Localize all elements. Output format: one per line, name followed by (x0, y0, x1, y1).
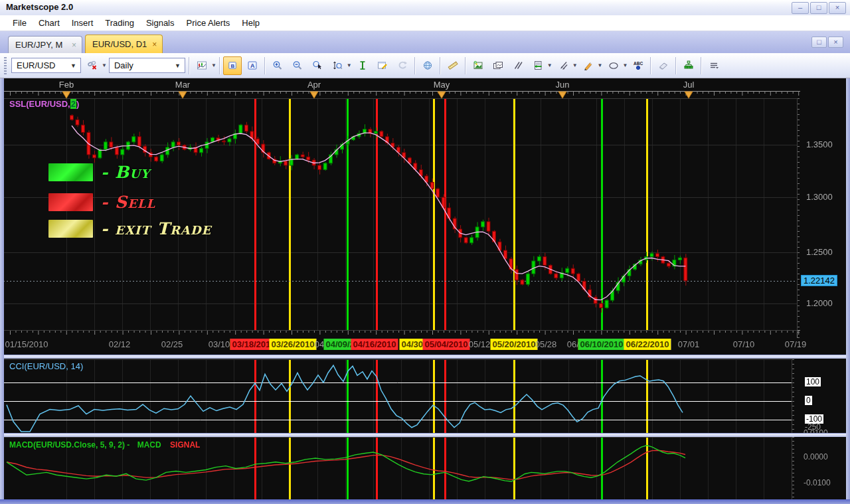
tab-close-icon[interactable]: × (72, 41, 76, 50)
zoom-out-button[interactable] (288, 56, 307, 75)
menu-item-help[interactable]: Help (236, 16, 266, 30)
ruler-button[interactable] (444, 56, 462, 75)
ssl-label-prefix: SSL(EUR/USD, (9, 99, 70, 109)
chart-overlay: SSL(EUR/USD,2) CCI(EUR/USD, 14) MACD(EUR… (0, 78, 850, 504)
symbol-combobox-value: EUR/USD (17, 60, 56, 70)
eraser-button[interactable] (654, 56, 673, 75)
ruler-icon (448, 59, 458, 72)
date-axis-label: 04/16/2010 (351, 339, 398, 350)
chart-type-dropdown-arrow[interactable]: ▼ (211, 62, 216, 68)
order-entry-button[interactable] (529, 56, 547, 75)
toolbar-separator (465, 57, 466, 74)
refresh-button[interactable] (393, 56, 412, 75)
pencil-dropdown-arrow[interactable]: ▼ (598, 62, 603, 68)
legend-color-box (48, 220, 93, 238)
add-image-button[interactable] (469, 56, 487, 75)
month-label-feb: Feb (59, 80, 74, 90)
month-label-may: May (434, 80, 450, 90)
toolbar-separator (414, 57, 416, 74)
mdi-close-button[interactable]: × (828, 37, 843, 48)
toolbar-drag-handle[interactable] (4, 57, 7, 74)
cci-axis-label: 100 (805, 377, 821, 386)
date-axis-label: 06/10/2010 (578, 339, 625, 350)
chevron-down-icon[interactable]: ▼ (66, 62, 80, 69)
window-close-button[interactable]: × (829, 2, 846, 14)
show-ask-icon: A (247, 59, 258, 72)
unlink-button[interactable] (83, 56, 102, 75)
menu-item-trading[interactable]: Trading (99, 16, 140, 30)
mdi-restore-button[interactable]: □ (811, 37, 827, 48)
order-entry-dropdown-arrow[interactable]: ▼ (547, 62, 552, 68)
add-image-icon (473, 59, 483, 72)
show-bid-button[interactable]: B (223, 56, 242, 75)
zoom-in-icon (272, 59, 283, 72)
unlink-dropdown-arrow[interactable]: ▼ (102, 62, 107, 68)
fibonacci-button[interactable] (509, 56, 527, 75)
edit-chart-icon (377, 59, 388, 72)
app-title: Marketscope 2.0 (6, 2, 73, 12)
menu-item-price-alerts[interactable]: Price Alerts (181, 16, 236, 30)
window-controls: –□× (792, 2, 846, 14)
svg-text:A: A (250, 62, 255, 69)
symbol-combobox[interactable]: EUR/USD▼ (11, 58, 81, 73)
sitemap-button[interactable] (679, 56, 698, 75)
date-axis-label: 07/01 (676, 339, 702, 350)
pane-splitter[interactable] (0, 355, 850, 359)
ellipse-dropdown-arrow[interactable]: ▼ (623, 62, 628, 68)
zoom-in-button[interactable] (268, 56, 287, 75)
menu-item-signals[interactable]: Signals (140, 16, 181, 30)
image-gallery-button[interactable] (489, 56, 507, 75)
text-label-button[interactable]: ABC (629, 56, 647, 75)
fibonacci-icon (513, 59, 523, 72)
zoom-select-button[interactable] (308, 56, 327, 75)
vertical-scale-icon (357, 59, 368, 72)
toolbar-overflow-icon (709, 59, 719, 72)
menu-item-chart[interactable]: Chart (33, 16, 66, 30)
toolbar-separator (440, 57, 441, 74)
date-axis-label: 03/26/2010 (269, 339, 316, 350)
trend-arrows-button[interactable] (554, 56, 572, 75)
tab-close-icon[interactable]: × (152, 40, 157, 49)
signal-line-legend: SIGNAL (170, 440, 200, 450)
date-axis-label: 02/12 (107, 339, 133, 350)
chevron-down-icon[interactable]: ▼ (171, 62, 185, 69)
globe-button[interactable] (418, 56, 437, 75)
tab-eur-usd-d1[interactable]: EUR/USD, D1× (85, 35, 163, 53)
legend-label: - exit Trade (101, 219, 211, 238)
zoom-fit-button[interactable] (328, 56, 347, 75)
menu-item-insert[interactable]: Insert (66, 16, 100, 30)
cci-axis-label: 0 (805, 396, 812, 405)
edit-chart-button[interactable] (373, 56, 392, 75)
trend-arrows-dropdown-arrow[interactable]: ▼ (572, 62, 578, 68)
macd-axis-label: 0.0000 (804, 452, 828, 462)
window-minimize-button[interactable]: – (792, 2, 809, 14)
pencil-button[interactable] (579, 56, 598, 75)
pane-splitter[interactable] (0, 433, 850, 437)
window-border-right (846, 78, 850, 504)
window-border-bottom (0, 499, 850, 504)
show-ask-button[interactable]: A (243, 56, 262, 75)
ssl-label-suffix: ) (76, 99, 79, 109)
legend-color-box (48, 193, 93, 211)
signal-legend-item: - Sell (48, 193, 155, 212)
macd-indicator-label: MACD(EUR/USD.Close, 5, 9, 2) - MACD SIGN… (9, 440, 200, 450)
legend-label: - Buy (101, 163, 150, 182)
toolbar-separator (219, 57, 220, 74)
signal-legend-item: - exit Trade (48, 219, 211, 238)
zoom-fit-dropdown-arrow[interactable]: ▼ (347, 62, 352, 68)
period-combobox-value: Daily (114, 60, 133, 70)
period-combobox[interactable]: Daily▼ (109, 58, 185, 73)
month-label-apr: Apr (307, 80, 321, 90)
vertical-scale-button[interactable] (353, 56, 372, 75)
svg-text:B: B (230, 63, 234, 69)
tab-eur-jpy-m[interactable]: EUR/JPY, M× (8, 36, 82, 53)
chart-type-button[interactable] (193, 56, 211, 75)
month-label-jul: Jul (683, 80, 695, 90)
ellipse-button[interactable] (604, 56, 623, 75)
chart-type-icon (197, 59, 207, 72)
toolbar-overflow-button[interactable] (705, 56, 723, 75)
window-restore-button[interactable]: □ (810, 2, 827, 14)
window-border-left (0, 78, 4, 504)
menu-item-file[interactable]: File (7, 16, 33, 30)
ssl-label-param: 2 (70, 99, 76, 109)
